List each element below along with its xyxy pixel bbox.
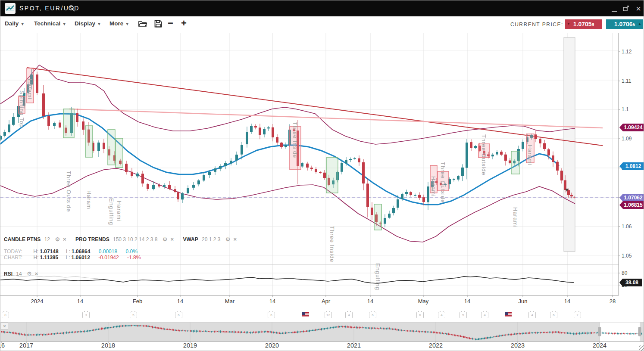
minimize-button[interactable]: [612, 6, 617, 12]
calendar-event-icon[interactable]: 7: [574, 312, 581, 318]
calendar-event-icon[interactable]: 8: [2, 312, 9, 318]
gear-icon[interactable]: ⚙: [163, 236, 168, 242]
calendar-event-icon[interactable]: 4: [481, 312, 488, 318]
close-icon[interactable]: ×: [233, 236, 237, 242]
arrow-down-icon: ▼: [567, 19, 570, 29]
menu-technical[interactable]: Technical▼: [34, 20, 66, 27]
today-change-pct: 0.0%: [125, 248, 137, 255]
calendar-event-icon[interactable]: 4: [528, 312, 536, 318]
chevron-down-icon: ▼: [125, 22, 129, 26]
search-icon[interactable]: [68, 5, 75, 12]
save-icon[interactable]: [154, 20, 162, 28]
app-logo-icon: [5, 3, 16, 14]
titlebar: SPOT, EUR/USD ×: [0, 0, 644, 16]
menu-more[interactable]: More▼: [109, 20, 129, 27]
chart-low: 1.06012: [72, 255, 90, 261]
navigator-canvas[interactable]: [0, 322, 644, 351]
calendar-event-icon[interactable]: 4: [345, 312, 353, 318]
ask-price-badge: 1.07065 ▲: [606, 19, 643, 29]
gear-icon[interactable]: ⚙: [27, 270, 32, 277]
close-icon[interactable]: ×: [170, 236, 174, 242]
chevron-down-icon: ▼: [97, 22, 101, 26]
rsi-legend-row: RSI 14 ⚙×: [4, 270, 38, 277]
close-icon[interactable]: ×: [35, 270, 38, 277]
open-folder-icon[interactable]: [138, 20, 147, 27]
bid-price-badge: ▼ 1.07059: [565, 19, 602, 29]
calendar-event-icon[interactable]: 6: [416, 312, 424, 318]
calendar-event-icon[interactable]: 6: [175, 312, 182, 318]
chart-stats-row: CHART: H:1.11395 L:1.06012 -0.01942 -1.8…: [4, 255, 141, 261]
us-flag-icon[interactable]: [505, 312, 512, 317]
main-chart-canvas[interactable]: [0, 33, 644, 322]
chevron-down-icon: ▼: [20, 22, 25, 26]
calendar-event-icon[interactable]: 6: [268, 312, 275, 318]
calendar-event-icon[interactable]: 6: [550, 312, 557, 318]
popout-button[interactable]: [623, 6, 630, 12]
today-change: 0.00018: [99, 248, 117, 255]
chart-window: SPOT, EUR/USD × Daily▼ Technical▼ Displa…: [0, 0, 644, 351]
gear-icon[interactable]: ⚙: [55, 236, 60, 242]
today-low: 1.06864: [72, 248, 90, 255]
window-controls: ×: [612, 0, 641, 16]
close-button[interactable]: ×: [636, 4, 641, 13]
indicator-rsi: RSI: [4, 271, 13, 277]
indicator-legend-row: CANDLE PTNS 12 ⚙× PRO TRENDS 150 3 10 2 …: [4, 236, 237, 242]
us-flag-icon[interactable]: [302, 312, 309, 317]
calendar-event-icon[interactable]: 12: [325, 312, 332, 318]
indicator-candle-ptns: CANDLE PTNS: [4, 236, 41, 242]
calendar-event-icon[interactable]: 4: [438, 312, 445, 318]
today-high: 1.07148: [40, 248, 58, 255]
chart-change: -0.01942: [98, 255, 119, 261]
calendar-event-icon[interactable]: 5: [130, 312, 137, 318]
calendar-event-icon[interactable]: 3: [82, 312, 90, 318]
close-icon[interactable]: ×: [63, 236, 66, 242]
menu-timeframe[interactable]: Daily▼: [5, 20, 25, 27]
navigator-close-button[interactable]: ×: [1, 323, 8, 330]
navigator-left-handle[interactable]: [598, 327, 601, 336]
zoom-out-button[interactable]: −: [168, 18, 173, 29]
chart-high: 1.11395: [40, 255, 58, 261]
chevron-down-icon: ▼: [62, 22, 66, 26]
today-stats-row: TODAY: H:1.07148 L:1.06864 0.00018 0.0%: [4, 248, 138, 255]
gear-icon[interactable]: ⚙: [225, 236, 231, 242]
resize-grip[interactable]: [639, 345, 644, 351]
indicator-vwap: VWAP: [183, 236, 198, 242]
menu-display[interactable]: Display▼: [75, 20, 101, 27]
chart-change-pct: -1.8%: [127, 255, 141, 261]
current-price-label: CURRENT PRICE:: [510, 22, 563, 28]
arrow-up-icon: ▲: [638, 19, 641, 29]
indicator-pro-trends: PRO TRENDS: [75, 236, 109, 242]
calendar-event-icon[interactable]: 6: [369, 312, 376, 318]
navigator-right-handle[interactable]: [638, 327, 641, 336]
zoom-in-button[interactable]: +: [181, 18, 187, 29]
toolbar: Daily▼ Technical▼ Display▼ More▼ − + CUR…: [0, 16, 644, 33]
calendar-event-icon[interactable]: 5: [460, 312, 467, 318]
